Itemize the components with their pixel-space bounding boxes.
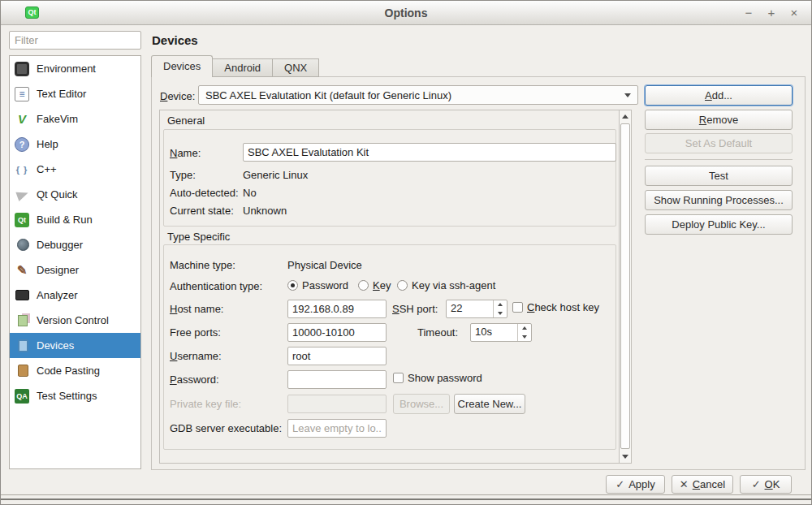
password-input[interactable]: [287, 370, 387, 389]
code-pasting-icon: [15, 364, 29, 378]
ok-button[interactable]: ✓ OK: [740, 475, 792, 494]
sidebar-item-help[interactable]: ? Help: [10, 132, 140, 157]
check-host-key-box-icon[interactable]: [512, 302, 523, 313]
machine-type-label: Machine type:: [170, 259, 235, 271]
text-editor-icon: ≡: [15, 87, 29, 101]
sidebar-item-cpp[interactable]: { } C++: [10, 157, 140, 182]
sidebar-item-text-editor[interactable]: ≡ Text Editor: [10, 81, 140, 106]
host-name-input[interactable]: [287, 300, 387, 318]
sidebar-item-code-pasting[interactable]: Code Pasting: [10, 358, 140, 383]
ssh-port-label: SSH port:: [392, 303, 438, 315]
general-section-title: General: [165, 114, 207, 127]
name-input[interactable]: [243, 143, 616, 162]
timeout-spinbox[interactable]: 10s: [470, 323, 532, 342]
sidebar-item-designer[interactable]: ✎ Designer: [10, 257, 140, 283]
sidebar-item-build-run[interactable]: Qt Build & Run: [10, 207, 140, 232]
show-password-checkbox[interactable]: Show password: [393, 372, 482, 384]
tab-android[interactable]: Android: [212, 58, 273, 77]
radio-password-icon[interactable]: [287, 280, 298, 291]
environment-icon: [15, 62, 29, 76]
page-title: Devices: [152, 33, 198, 47]
minimize-button[interactable]: −: [741, 6, 756, 20]
help-icon: ?: [15, 137, 29, 152]
version-control-icon: [15, 313, 29, 328]
timeout-up-icon[interactable]: [518, 324, 531, 333]
private-key-file-label: Private key file:: [170, 398, 241, 410]
sidebar-item-debugger[interactable]: Debugger: [10, 232, 140, 257]
scroll-up-icon[interactable]: [620, 110, 631, 123]
sidebar-item-devices[interactable]: Devices: [10, 333, 140, 358]
browse-button: Browse...: [393, 394, 450, 414]
tab-bar: Devices Android QNX: [151, 55, 318, 77]
designer-icon: ✎: [15, 263, 29, 278]
create-new-button[interactable]: Create New...: [454, 394, 525, 414]
check-host-key-checkbox[interactable]: Check host key: [512, 301, 599, 313]
tab-devices[interactable]: Devices: [151, 55, 213, 77]
sidebar-item-analyzer[interactable]: Analyzer: [10, 283, 140, 308]
sidebar-item-qt-quick[interactable]: Qt Quick: [10, 182, 140, 207]
type-value: Generic Linux: [243, 169, 308, 181]
scrollbar-thumb[interactable]: [620, 123, 630, 449]
ssh-port-up-icon[interactable]: [494, 300, 507, 309]
filter-input[interactable]: [9, 31, 141, 50]
radio-key-ssh-agent-icon[interactable]: [397, 280, 408, 291]
options-dialog: Qt Options − + × Environment ≡ Text Edit…: [0, 0, 812, 505]
button-separator: [645, 159, 793, 160]
qt-quick-icon: [15, 188, 29, 202]
window-bottom-edge: [1, 499, 811, 500]
timeout-down-icon[interactable]: [518, 333, 531, 342]
debugger-icon: [15, 238, 29, 252]
fakevim-icon: V: [15, 112, 29, 127]
device-label: Device:: [160, 90, 195, 102]
cpp-icon: { }: [15, 162, 29, 177]
remove-button[interactable]: Remove: [645, 110, 793, 130]
window-title: Options: [1, 1, 811, 25]
add-button[interactable]: Add...: [645, 85, 793, 106]
sidebar-item-version-control[interactable]: Version Control: [10, 308, 140, 333]
title-bar[interactable]: Qt Options − + ×: [1, 1, 811, 25]
tab-qnx[interactable]: QNX: [272, 58, 319, 77]
type-specific-groupbox: [163, 244, 616, 450]
sidebar-item-test-settings[interactable]: QA Test Settings: [10, 383, 140, 408]
gdb-server-executable-input[interactable]: [287, 419, 387, 438]
check-icon: ✓: [615, 478, 624, 490]
radio-key-ssh-agent[interactable]: Key via ssh-agent: [397, 279, 495, 291]
show-password-box-icon[interactable]: [393, 373, 404, 383]
set-as-default-button: Set As Default: [645, 133, 793, 153]
free-ports-input[interactable]: [287, 323, 387, 342]
username-input[interactable]: [287, 347, 387, 365]
machine-type-value: Physical Device: [287, 259, 362, 271]
dropdown-arrow-icon: [624, 93, 631, 97]
device-combobox[interactable]: SBC AXEL Evalutation Kit (default for Ge…: [198, 85, 638, 105]
test-button[interactable]: Test: [645, 166, 793, 186]
private-key-file-input: [287, 395, 387, 413]
free-ports-label: Free ports:: [170, 326, 221, 339]
ssh-port-spinbox[interactable]: 22: [446, 300, 508, 318]
show-running-processes-button[interactable]: Show Running Processes...: [645, 190, 793, 210]
qt-logo-icon: Qt: [25, 6, 39, 19]
deploy-public-key-button[interactable]: Deploy Public Key...: [645, 214, 793, 235]
window-bottom-divider: [1, 494, 811, 495]
cancel-button[interactable]: ✕ Cancel: [672, 475, 733, 494]
scroll-down-icon[interactable]: [620, 451, 631, 463]
apply-button[interactable]: ✓ Apply: [606, 475, 665, 494]
type-specific-section-title: Type Specific: [165, 231, 232, 243]
current-state-label: Current state:: [170, 205, 234, 217]
sidebar-item-fakevim[interactable]: V FakeVim: [10, 106, 140, 132]
radio-password[interactable]: Password: [287, 279, 348, 291]
devices-icon: [15, 339, 29, 353]
host-name-label: Host name:: [170, 303, 223, 315]
gdb-server-executable-label: GDB server executable:: [170, 422, 282, 434]
auto-detected-label: Auto-detected:: [170, 187, 239, 199]
password-label: Password:: [170, 373, 219, 386]
vertical-scrollbar[interactable]: [619, 110, 631, 463]
maximize-button[interactable]: +: [764, 6, 779, 20]
close-button[interactable]: ×: [787, 6, 801, 20]
sidebar-item-environment[interactable]: Environment: [10, 56, 140, 81]
test-settings-icon: QA: [15, 389, 29, 404]
type-label: Type:: [170, 169, 196, 181]
ssh-port-down-icon[interactable]: [494, 309, 507, 318]
radio-key-icon[interactable]: [358, 280, 369, 291]
name-label: Name:: [170, 147, 201, 159]
radio-key[interactable]: Key: [358, 279, 391, 291]
